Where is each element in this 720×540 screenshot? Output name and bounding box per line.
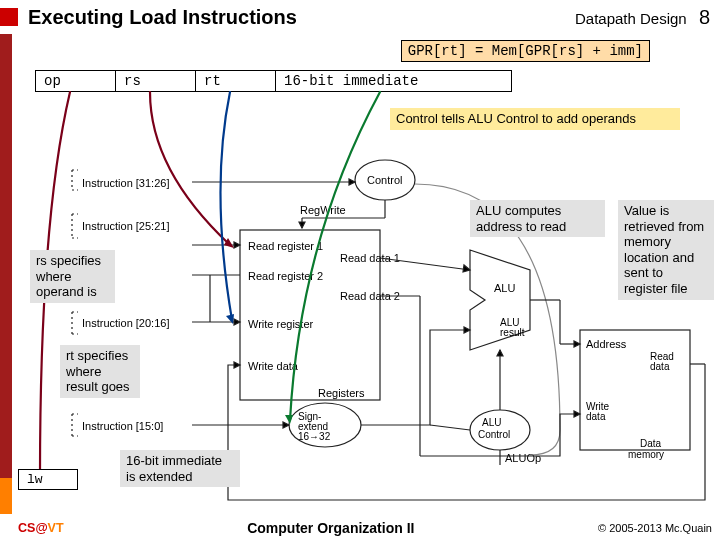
svg-text:Read data 1: Read data 1 bbox=[340, 252, 400, 264]
annot-rt: rt specifies where result goes bbox=[60, 345, 140, 398]
svg-text:Data: Data bbox=[640, 438, 662, 449]
svg-text:Read register 2: Read register 2 bbox=[248, 270, 323, 282]
annot-control: Control tells ALU Control to add operand… bbox=[390, 108, 680, 130]
svg-marker-23 bbox=[234, 242, 240, 248]
svg-text:ALUOp: ALUOp bbox=[505, 452, 541, 464]
svg-text:Registers: Registers bbox=[318, 387, 365, 399]
svg-marker-39 bbox=[283, 422, 289, 428]
svg-marker-46 bbox=[497, 350, 503, 356]
svg-text:Write data: Write data bbox=[248, 360, 299, 372]
svg-marker-31 bbox=[463, 265, 470, 272]
svg-text:data: data bbox=[586, 411, 606, 422]
svg-line-44 bbox=[430, 425, 470, 430]
footer-cs: CS bbox=[18, 521, 35, 535]
svg-text:Instruction [31:26]: Instruction [31:26] bbox=[82, 177, 169, 189]
annot-retrieve: Value is retrieved from memory location … bbox=[618, 200, 714, 300]
footer-left: CS@VT bbox=[18, 521, 64, 535]
svg-text:memory: memory bbox=[628, 449, 664, 460]
svg-text:Control: Control bbox=[367, 174, 402, 186]
svg-marker-63 bbox=[574, 411, 580, 417]
svg-marker-40 bbox=[464, 327, 470, 333]
svg-marker-62 bbox=[234, 362, 240, 368]
svg-marker-8 bbox=[349, 179, 355, 185]
svg-text:Read register 1: Read register 1 bbox=[248, 240, 323, 252]
svg-text:ALU: ALU bbox=[482, 417, 501, 428]
annot-alu: ALU computes address to read bbox=[470, 200, 605, 237]
lw-label: lw bbox=[18, 469, 78, 490]
svg-line-30 bbox=[380, 258, 470, 270]
svg-text:Address: Address bbox=[586, 338, 627, 350]
svg-text:Write register: Write register bbox=[248, 318, 314, 330]
footer-right: © 2005-2013 Mc.Quain bbox=[598, 522, 712, 534]
annot-ext: 16-bit immediate is extended bbox=[120, 450, 240, 487]
footer: CS@VT Computer Organization II © 2005-20… bbox=[0, 516, 720, 540]
svg-text:ALU: ALU bbox=[494, 282, 515, 294]
annot-rs: rs specifies where operand is bbox=[30, 250, 115, 303]
svg-marker-60 bbox=[574, 341, 580, 347]
svg-marker-12 bbox=[299, 222, 305, 228]
footer-vt: VT bbox=[48, 521, 64, 535]
footer-center: Computer Organization II bbox=[247, 520, 414, 536]
svg-text:data: data bbox=[650, 361, 670, 372]
svg-text:Instruction [25:21]: Instruction [25:21] bbox=[82, 220, 169, 232]
footer-at: @ bbox=[35, 521, 47, 535]
svg-text:Instruction [20:16]: Instruction [20:16] bbox=[82, 317, 169, 329]
svg-text:Control: Control bbox=[478, 429, 510, 440]
svg-text:RegWrite: RegWrite bbox=[300, 204, 346, 216]
svg-text:Instruction [15:0]: Instruction [15:0] bbox=[82, 420, 163, 432]
svg-marker-27 bbox=[234, 319, 240, 325]
svg-text:16→32: 16→32 bbox=[298, 431, 331, 442]
